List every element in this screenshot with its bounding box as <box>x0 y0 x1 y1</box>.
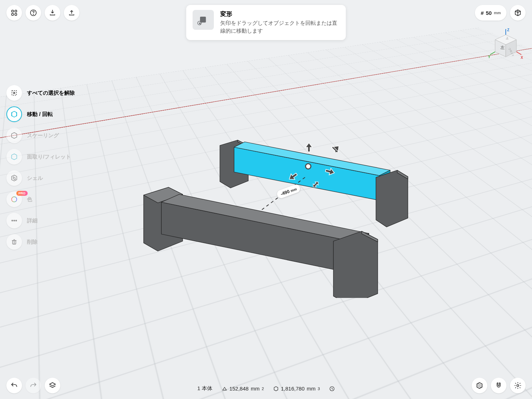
svg-line-31 <box>516 52 521 55</box>
svg-point-40 <box>517 384 519 387</box>
status-history-icon[interactable] <box>329 386 335 392</box>
transform-tooltip: 変形 矢印をドラッグしてオブジェクトを回転または直線的に移動します <box>186 5 346 40</box>
layers-button[interactable] <box>45 378 60 393</box>
svg-text:Y: Y <box>488 55 491 59</box>
status-bodies: 1 本体 <box>197 385 212 392</box>
svg-rect-18 <box>15 13 17 16</box>
tool-chamfer[interactable]: 面取り/フィレット <box>6 149 75 165</box>
tooltip-thumb-icon <box>193 10 214 30</box>
tool-panel: すべての選択を解除 移動 / 回転 スケーリング 面取り/フィレット シェル P… <box>6 85 75 250</box>
svg-rect-17 <box>12 13 14 16</box>
tooltip-desc: 矢印をドラッグしてオブジェクトを回転または直線的に移動します <box>220 20 339 35</box>
svg-point-37 <box>16 220 17 221</box>
status-area: 152,848 mm2 <box>222 386 264 392</box>
tooltip-title: 変形 <box>220 10 339 18</box>
snap-prefix: # <box>481 10 483 16</box>
hatch-icon[interactable] <box>472 378 487 393</box>
svg-point-34 <box>12 197 17 202</box>
svg-rect-15 <box>12 10 14 12</box>
export-icon[interactable] <box>64 5 79 21</box>
import-icon[interactable] <box>45 5 60 21</box>
tool-color[interactable]: PRO 色 <box>6 192 75 207</box>
snap-unit: mm <box>494 11 501 15</box>
svg-rect-16 <box>15 10 17 12</box>
svg-point-35 <box>12 220 13 221</box>
tool-move-rotate[interactable]: 移動 / 回転 <box>6 106 75 122</box>
svg-text:Z: Z <box>507 28 509 32</box>
cube-top-label: 上 <box>506 37 509 40</box>
tool-more[interactable]: 詳細 <box>6 213 75 228</box>
tool-delete[interactable]: 削除 <box>6 234 75 250</box>
pro-badge: PRO <box>16 191 28 196</box>
svg-point-36 <box>14 220 15 221</box>
svg-point-20 <box>33 14 33 15</box>
view-cube-icon[interactable] <box>510 5 526 21</box>
snap-value: 50 <box>486 10 492 16</box>
svg-text:X: X <box>521 56 523 60</box>
snap-setting[interactable]: # 50 mm <box>475 5 506 21</box>
tool-scale[interactable]: スケーリング <box>6 128 75 143</box>
tool-deselect[interactable]: すべての選択を解除 <box>6 85 75 101</box>
cube-left-label: 左 <box>500 45 505 50</box>
status-bar: 1 本体 152,848 mm2 1,816,780 mm3 <box>197 385 335 392</box>
redo-button[interactable] <box>26 378 41 393</box>
undo-button[interactable] <box>6 378 22 393</box>
svg-line-29 <box>490 52 495 55</box>
magnet-icon[interactable] <box>491 378 506 393</box>
apps-icon[interactable] <box>6 5 22 21</box>
orientation-cube[interactable]: 左 上 フロント Z Y X <box>488 28 523 64</box>
tool-shell[interactable]: シェル <box>6 170 75 186</box>
grid-floor[interactable] <box>0 0 532 399</box>
status-volume: 1,816,780 mm3 <box>273 386 320 392</box>
help-icon[interactable] <box>26 5 41 21</box>
settings-icon[interactable] <box>510 378 526 393</box>
